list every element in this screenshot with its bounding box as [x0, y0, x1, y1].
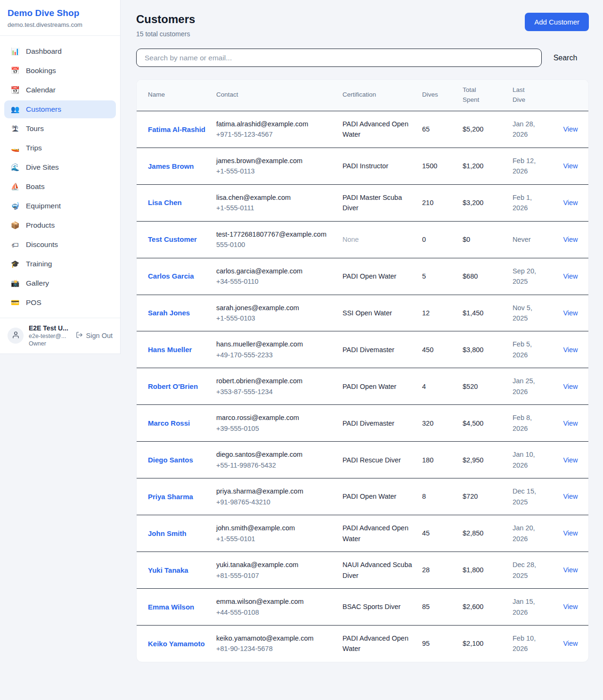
col-header-certification: Certification	[338, 80, 417, 111]
customer-name-link[interactable]: Carlos Garcia	[148, 272, 194, 280]
calendar-icon: 📆	[10, 86, 20, 94]
customer-total-spent: $2,600	[463, 603, 483, 610]
page-header: Customers 15 total customers Add Custome…	[136, 13, 589, 38]
table-row: Priya Sharma priya.sharma@example.com +9…	[137, 478, 588, 515]
view-customer-link[interactable]: View	[563, 420, 578, 427]
customer-dives: 0	[422, 236, 426, 243]
view-customer-link[interactable]: View	[563, 383, 578, 390]
customer-phone: +1-555-0103	[216, 313, 333, 323]
sidebar-item-products[interactable]: 📦 Products	[4, 216, 116, 234]
sidebar-item-dashboard[interactable]: 📊 Dashboard	[4, 42, 116, 60]
customer-phone: +34-555-0110	[216, 276, 333, 287]
customer-email: emma.wilson@example.com	[216, 596, 333, 607]
col-header-contact: Contact	[212, 80, 338, 111]
customer-name-link[interactable]: Emma Wilson	[148, 603, 194, 611]
sidebar-item-dive-sites[interactable]: 🌊 Dive Sites	[4, 158, 116, 176]
customer-dives: 5	[422, 272, 426, 280]
gallery-icon: 📸	[10, 279, 20, 288]
sidebar-item-training[interactable]: 🎓 Training	[4, 255, 116, 273]
user-name: E2E Test U...	[29, 324, 68, 332]
table-row: Fatima Al-Rashid fatima.alrashid@example…	[137, 111, 588, 148]
table-row: Robert O'Brien robert.obrien@example.com…	[137, 368, 588, 405]
customer-phone: +1-555-0113	[216, 166, 333, 176]
customer-name-link[interactable]: Fatima Al-Rashid	[148, 125, 205, 133]
view-customer-link[interactable]: View	[563, 125, 578, 133]
customer-last-dive: Jan 20, 2026	[513, 524, 535, 542]
customer-email: fatima.alrashid@example.com	[216, 119, 333, 129]
view-customer-link[interactable]: View	[563, 199, 578, 206]
customers-table-card: Name Contact Certification Dives Total S…	[136, 79, 589, 662]
trips-icon: 🚤	[10, 144, 20, 152]
view-customer-link[interactable]: View	[563, 566, 578, 574]
add-customer-button[interactable]: Add Customer	[525, 13, 589, 31]
customer-certification: PADI Open Water	[342, 493, 396, 500]
avatar	[8, 328, 24, 344]
customer-dives: 320	[422, 420, 433, 427]
customer-name-link[interactable]: Robert O'Brien	[148, 382, 198, 390]
customers-icon: 👥	[10, 105, 20, 114]
sidebar-item-equipment[interactable]: 🤿 Equipment	[4, 197, 116, 215]
customer-name-link[interactable]: Hans Mueller	[148, 346, 192, 354]
view-customer-link[interactable]: View	[563, 272, 578, 280]
customer-certification: PADI Master Scuba Diver	[342, 194, 402, 212]
customer-certification: PADI Advanced Open Water	[342, 524, 408, 542]
customer-name-link[interactable]: Lisa Chen	[148, 198, 182, 206]
person-icon	[12, 331, 20, 341]
view-customer-link[interactable]: View	[563, 456, 578, 464]
customer-phone: +55-11-99876-5432	[216, 460, 333, 470]
customer-total-spent: $2,850	[463, 529, 483, 537]
view-customer-link[interactable]: View	[563, 529, 578, 537]
customer-dives: 45	[422, 529, 430, 537]
customer-total-spent: $1,450	[463, 309, 483, 317]
sidebar-item-pos[interactable]: 💳 POS	[4, 294, 116, 312]
customer-email: marco.rossi@example.com	[216, 412, 333, 423]
view-customer-link[interactable]: View	[563, 162, 578, 170]
customer-last-dive: Feb 10, 2026	[513, 634, 536, 652]
search-input[interactable]	[136, 49, 542, 67]
customer-certification: PADI Advanced Open Water	[342, 634, 408, 652]
customer-certification: NAUI Advanced Scuba Diver	[342, 561, 412, 579]
view-customer-link[interactable]: View	[563, 603, 578, 610]
customer-name-link[interactable]: James Brown	[148, 162, 194, 170]
customer-name-link[interactable]: Priya Sharma	[148, 493, 193, 501]
user-email: e2e-tester@...	[29, 333, 68, 339]
sidebar-item-calendar[interactable]: 📆 Calendar	[4, 81, 116, 99]
sidebar-item-label: POS	[26, 298, 41, 307]
pos-icon: 💳	[10, 298, 20, 307]
sidebar-item-discounts[interactable]: 🏷 Discounts	[4, 236, 116, 254]
sign-out-button[interactable]: Sign Out	[76, 331, 113, 340]
view-customer-link[interactable]: View	[563, 309, 578, 317]
customer-dives: 450	[422, 346, 433, 354]
sidebar-item-customers[interactable]: 👥 Customers	[4, 100, 116, 118]
view-customer-link[interactable]: View	[563, 493, 578, 500]
customer-name-link[interactable]: Yuki Tanaka	[148, 566, 188, 574]
user-section: E2E Test U... e2e-tester@... Owner Sign …	[0, 318, 120, 354]
customer-last-dive: Feb 12, 2026	[513, 157, 536, 175]
customer-phone: +91-98765-43210	[216, 497, 333, 507]
customer-email: yuki.tanaka@example.com	[216, 560, 333, 570]
view-customer-link[interactable]: View	[563, 236, 578, 243]
customer-name-link[interactable]: Marco Rossi	[148, 419, 190, 427]
customer-name-link[interactable]: Diego Santos	[148, 456, 193, 464]
customer-total-spent: $3,800	[463, 346, 483, 354]
customer-name-link[interactable]: Sarah Jones	[148, 309, 190, 317]
view-customer-link[interactable]: View	[563, 640, 578, 647]
sidebar-item-bookings[interactable]: 📅 Bookings	[4, 62, 116, 80]
customer-last-dive: Jan 15, 2026	[513, 598, 535, 616]
training-icon: 🎓	[10, 260, 20, 268]
customer-last-dive: Dec 28, 2025	[513, 561, 536, 579]
sidebar-item-gallery[interactable]: 📸 Gallery	[4, 274, 116, 292]
customer-last-dive: Jan 28, 2026	[513, 120, 535, 138]
sidebar-item-label: Dashboard	[26, 47, 62, 56]
customer-phone: +971-55-123-4567	[216, 129, 333, 140]
view-customer-link[interactable]: View	[563, 346, 578, 354]
customer-total-spent: $4,500	[463, 420, 483, 427]
sidebar-item-boats[interactable]: ⛵ Boats	[4, 178, 116, 196]
sidebar-item-trips[interactable]: 🚤 Trips	[4, 139, 116, 157]
page-title: Customers	[136, 13, 195, 26]
customer-name-link[interactable]: Keiko Yamamoto	[148, 640, 205, 648]
customer-name-link[interactable]: Test Customer	[148, 235, 197, 243]
search-button[interactable]: Search	[542, 49, 589, 67]
sidebar-item-tours[interactable]: 🏝 Tours	[4, 120, 116, 138]
customer-name-link[interactable]: John Smith	[148, 529, 187, 537]
